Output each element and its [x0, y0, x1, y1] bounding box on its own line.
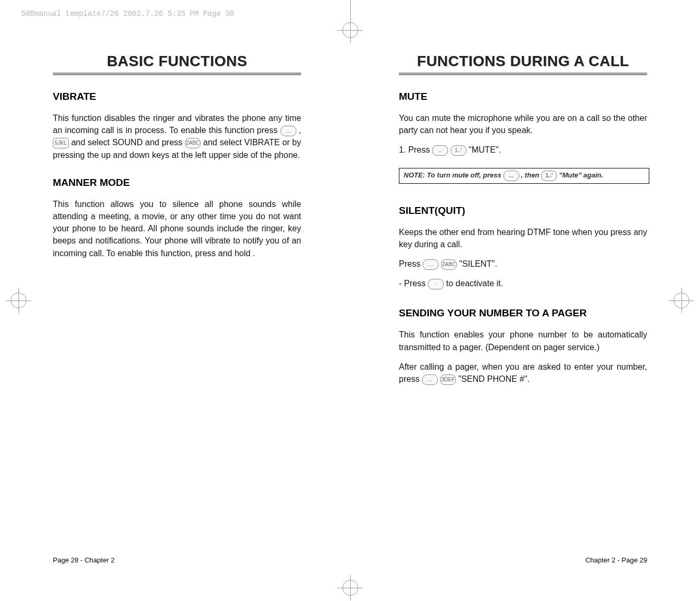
pager-heading: SENDING YOUR NUMBER TO A PAGER: [399, 307, 647, 319]
key-3-icon: 3DEF: [440, 374, 456, 385]
mute-note-c: "Mute" again.: [559, 171, 603, 179]
key-2-icon: 2ABC: [441, 259, 457, 270]
mute-note-a: NOTE: To turn mute off, press: [404, 171, 503, 179]
menu-key-icon: …: [422, 374, 438, 385]
pager-text: This function enables your phone number …: [399, 328, 647, 353]
mute-note-b: , then: [521, 171, 541, 179]
manner-body: This function allows you to silence all …: [53, 198, 301, 259]
silent-heading: SILENT(QUIT): [399, 205, 647, 217]
mute-text: You can mute the microphone while you ar…: [399, 112, 647, 136]
right-page: FUNCTIONS DURING A CALL MUTE You can mut…: [399, 53, 647, 392]
prepress-header: 50Bmanual template7/26 2002.7.26 5:35 PM…: [21, 10, 234, 18]
footer-right: Chapter 2 - Page 29: [585, 556, 647, 564]
silent-body: Keeps the other end from hearing DTMF to…: [399, 226, 647, 290]
key-2-icon: 2ABC: [185, 138, 201, 148]
manner-heading: MANNER MODE: [53, 177, 301, 189]
crop-mark-right: [674, 293, 700, 308]
manner-text: This function allows you to silence all …: [53, 198, 301, 259]
menu-key-icon: …: [503, 171, 519, 181]
crop-mark-top: [340, 0, 361, 32]
page-title-left: BASIC FUNCTIONS: [53, 53, 301, 75]
vibrate-heading: VIBRATE: [53, 91, 301, 102]
key-1-icon: 1.-': [451, 145, 466, 156]
key-1-icon: 1.-': [541, 171, 557, 181]
page-title-right: FUNCTIONS DURING A CALL: [399, 53, 647, 75]
silent-text: Keeps the other end from hearing DTMF to…: [399, 226, 647, 250]
menu-key-icon: …: [281, 126, 296, 136]
menu-key-icon: …: [432, 145, 448, 156]
silent-press-a: Press: [399, 259, 423, 268]
pager-body: This function enables your phone number …: [399, 328, 647, 385]
silent-deact-a: - Press: [399, 279, 428, 288]
mute-step1-a: 1. Press: [399, 145, 432, 154]
pager-after: After calling a pager, when you are aske…: [399, 361, 647, 385]
mute-body: You can mute the microphone while you ar…: [399, 112, 647, 184]
pager-after-b: "SEND PHONE #".: [458, 374, 529, 383]
left-page: BASIC FUNCTIONS VIBRATE This function di…: [53, 53, 301, 267]
crop-mark-left: [0, 293, 26, 308]
silent-press-b: "SILENT".: [459, 259, 497, 268]
dot-key-icon: ·: [428, 279, 444, 289]
silent-press: Press … 2ABC "SILENT".: [399, 258, 647, 270]
key-5-icon: 5JKL: [53, 138, 69, 148]
footer-left: Page 28 - Chapter 2: [53, 556, 115, 564]
mute-step1: 1. Press … 1.-' "MUTE".: [399, 144, 647, 156]
mute-note: NOTE: To turn mute off, press … , then 1…: [399, 168, 649, 184]
mute-step1-b: "MUTE".: [469, 145, 501, 154]
mute-heading: MUTE: [399, 91, 647, 102]
crop-mark-bottom: [342, 580, 358, 596]
vibrate-body: This function disables the ringer and vi…: [53, 112, 301, 161]
silent-deact-b: to deactivate it.: [446, 279, 503, 288]
menu-key-icon: …: [423, 259, 438, 270]
silent-deactivate: - Press · to deactivate it.: [399, 277, 647, 289]
